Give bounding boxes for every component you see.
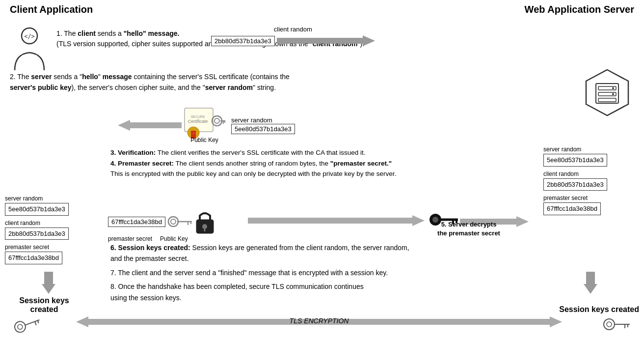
svg-point-38 — [17, 324, 24, 330]
svg-marker-30 — [248, 215, 425, 226]
server-cert-area: SECURE Certificate ★ Public Key server r… — [118, 107, 295, 143]
svg-line-41 — [38, 320, 39, 323]
premaster-lock-icon — [194, 209, 216, 234]
key-icon-bottom-left — [14, 316, 41, 334]
svg-marker-10 — [118, 120, 182, 131]
step3-4-text: 3. Verification: The client verifies the… — [110, 147, 513, 179]
client-random-area: client random 2bb80d537b1da3e3 — [211, 26, 375, 48]
premaster-secret-value-right: 67fffcc1da3e38bd — [543, 202, 601, 215]
certificate-icon: SECURE Certificate ★ Public Key — [184, 107, 225, 143]
key-icon-bottom-right — [603, 316, 630, 334]
server-random-area: server random 5ee80d537b1da3e3 — [231, 116, 295, 134]
client-down-arrow — [42, 272, 55, 294]
server-random-value-arrow: 5ee80d537b1da3e3 — [231, 124, 295, 134]
svg-point-5 — [612, 87, 614, 89]
server-decrypts-text: 5. Server decrypts the premaster secret — [432, 220, 506, 238]
premaster-labels: premaster secret Public Key — [108, 235, 216, 242]
session-keys-left-label: Session keys created — [5, 296, 83, 314]
client-person-icon: </> — [10, 27, 49, 66]
server-info-panel: server random 5ee80d537b1da3e3 client ra… — [543, 145, 634, 215]
server-random-value-left: 5ee80d537b1da3e3 — [5, 203, 69, 216]
client-random-value-right: 2bb80d537b1da3e3 — [543, 178, 607, 191]
client-header: Client Application — [10, 4, 93, 15]
svg-text:</>: </> — [24, 33, 35, 40]
client-random-arrow — [277, 34, 375, 48]
public-key-label-2: Public Key — [160, 235, 188, 242]
svg-point-43 — [607, 322, 612, 327]
client-random-label: client random — [211, 26, 375, 33]
svg-text:SECURE: SECURE — [190, 115, 205, 118]
svg-point-22 — [168, 217, 178, 227]
server-random-value-right: 5ee80d537b1da3e3 — [543, 154, 607, 167]
premaster-value-box: 67fffcc1da3e38bd — [108, 217, 165, 227]
premaster-secret-label-right: premaster secret — [543, 194, 634, 202]
premaster-secret-label-left: premaster secret — [5, 243, 96, 252]
client-info-panel: server random 5ee80d537b1da3e3 client ra… — [5, 194, 96, 264]
tls-label: TLS ENCRYPTION — [290, 317, 349, 325]
svg-point-28 — [202, 224, 207, 229]
server-cert-left-arrow — [118, 118, 182, 132]
premaster-secret-value-left: 67fffcc1da3e38bd — [5, 252, 62, 264]
client-random-label-left: client random — [5, 219, 96, 227]
server-icon — [585, 69, 629, 113]
svg-point-37 — [13, 320, 27, 334]
svg-text:Certificate: Certificate — [188, 119, 208, 124]
svg-point-7 — [612, 93, 614, 95]
svg-rect-8 — [598, 98, 616, 102]
client-random-value-left: 2bb80d537b1da3e3 — [5, 227, 69, 240]
premaster-right-arrow — [248, 214, 425, 229]
premaster-secret-area: 67fffcc1da3e38bd premaster secret Public… — [108, 209, 216, 242]
main-container: Client Application Web Application Serve… — [0, 0, 644, 341]
client-random-label-right: client random — [543, 170, 634, 178]
server-down-arrow — [584, 272, 597, 294]
step2-text: 2. The server sends a "hello" message co… — [10, 71, 452, 93]
svg-marker-9 — [277, 35, 375, 46]
server-random-label-arrow: server random — [231, 116, 272, 124]
session-keys-right-label: Session keys created — [551, 305, 639, 314]
svg-point-23 — [171, 219, 176, 224]
svg-point-42 — [604, 319, 615, 330]
step6-8-text: 6. Session keys created: Session keys ar… — [110, 242, 528, 303]
tls-encryption-arrow: TLS ENCRYPTION — [76, 315, 562, 330]
server-random-label-right: server random — [543, 145, 634, 154]
svg-line-40 — [35, 321, 36, 325]
client-random-value: 2bb80d537b1da3e3 — [211, 36, 275, 46]
server-header: Web Application Server — [525, 4, 634, 15]
premaster-key-icon — [167, 214, 192, 229]
premaster-secret-label-mid: premaster secret — [108, 235, 152, 242]
server-random-label-left: server random — [5, 194, 96, 203]
svg-point-18 — [215, 118, 219, 123]
